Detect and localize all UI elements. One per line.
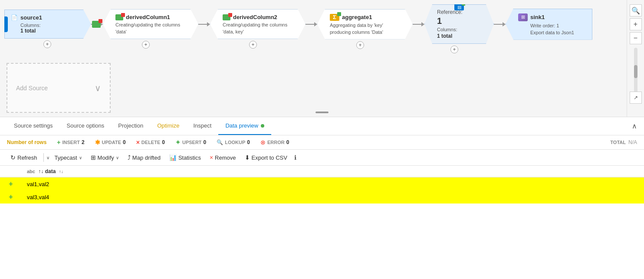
toolbar: ↻ Refresh ∨ Typecast ∨ ⊞ Modify ∨ ⤴ Map …: [0, 150, 644, 166]
expand-button[interactable]: ↗: [630, 92, 642, 104]
num-rows-label: Number of rows: [7, 139, 46, 145]
tab-optimize[interactable]: Optimize: [150, 117, 186, 135]
data-col-sort-icons: ↑↓: [38, 168, 43, 174]
statistics-icon: 📊: [169, 154, 177, 161]
total-stat: TOTAL N/A: [610, 139, 637, 145]
stats-bar: Number of rows + INSERT 2 ✱ UPDATE 0 × D…: [0, 135, 644, 150]
source1-meta1: Columns:: [20, 23, 85, 28]
lookup-icon: 🔍: [217, 139, 223, 145]
tab-source-options[interactable]: Source options: [60, 117, 112, 135]
tab-source-settings[interactable]: Source settings: [7, 117, 60, 135]
zoom-in-button[interactable]: +: [630, 18, 642, 30]
derivedColumn1-title: derivedColumn1: [126, 14, 170, 20]
pipeline-scrollbar[interactable]: 🔍 + − ↗: [627, 0, 644, 117]
info-icon[interactable]: ℹ: [294, 154, 296, 161]
derive2-add-button[interactable]: +: [249, 41, 257, 49]
update-icon: ✱: [95, 139, 100, 146]
export-csv-button[interactable]: ⬇ Export to CSV: [241, 152, 291, 163]
aggregate1-icon: Σ: [330, 14, 339, 21]
collapse-handle[interactable]: [315, 112, 329, 113]
modify-chevron-icon: ∨: [116, 155, 119, 160]
row1-type-cell: +: [0, 177, 22, 191]
row1-insert-icon: +: [9, 180, 13, 187]
derivedColumn1-meta2: 'data': [115, 29, 192, 34]
aggregate1-add-button[interactable]: +: [356, 41, 364, 49]
aggregate1-title: aggregate1: [342, 14, 372, 20]
scroll-up-button[interactable]: 🔍: [630, 4, 642, 16]
connector-5: [494, 22, 506, 26]
source1-icon: ⬡: [0, 16, 8, 32]
sink1-title: sink1: [530, 14, 545, 20]
derive2-icon: [223, 14, 230, 20]
reference-add-button[interactable]: +: [450, 46, 458, 53]
row1-data-cell: val1,val2: [22, 177, 644, 191]
typecast-chevron-icon: ∨: [79, 155, 82, 160]
modify-icon: ⊞: [91, 154, 96, 161]
source1-meta2: 1 total: [20, 28, 85, 34]
total-label: TOTAL: [610, 140, 626, 145]
sink1-meta1: Write order: 1: [518, 23, 586, 28]
insert-icon: +: [57, 139, 60, 146]
connector-4: [413, 22, 424, 26]
source1-node[interactable]: 📄 source1 Columns: 1 total ⬡: [4, 10, 91, 39]
sink1-node[interactable]: ⊞ sink1 Write order: 1 Export data to Js…: [506, 9, 592, 40]
refresh-icon: ↻: [10, 154, 16, 161]
reference-meta1: 1: [437, 16, 481, 26]
sink1-icon: ⊞: [518, 13, 528, 21]
stat-update: ✱ UPDATE 0: [95, 139, 126, 146]
data-table: abc ↑↓ data ↑↓ + val1,val2 +: [0, 166, 644, 204]
aggregate1-node[interactable]: Σ aggregate1 Aggregating data by 'key' p…: [317, 9, 413, 39]
row2-insert-icon: +: [9, 193, 13, 200]
total-value: N/A: [628, 139, 637, 145]
tab-data-preview[interactable]: Data preview: [218, 117, 271, 135]
table-row: + val3,val4: [0, 190, 644, 204]
derive1-connector-icon: [92, 21, 101, 28]
connector-2: [198, 22, 210, 26]
error-value: 0: [286, 139, 289, 145]
upsert-value: 0: [204, 139, 207, 145]
connector-1: [91, 22, 103, 26]
tabs-list: Source settings Source options Projectio…: [7, 117, 271, 135]
derivedColumn2-meta1: Creating/updating the columns: [223, 22, 299, 27]
reference-icon: ▤: [454, 3, 464, 10]
add-source-chevron-icon: ∨: [95, 83, 101, 93]
add-source-label: Add Source: [16, 85, 48, 92]
derivedColumn2-title: derivedColumn2: [233, 14, 277, 20]
stat-delete: × DELETE 0: [136, 139, 165, 146]
tab-projection[interactable]: Projection: [111, 117, 150, 135]
modify-button[interactable]: ⊞ Modify ∨: [87, 152, 122, 163]
col-data-header[interactable]: abc ↑↓ data ↑↓: [22, 166, 644, 177]
derivedColumn2-node[interactable]: derivedColumn2 Creating/updating the col…: [210, 9, 306, 39]
delete-value: 0: [162, 139, 165, 145]
delete-icon: ×: [136, 139, 140, 146]
reference-node[interactable]: Reference: 1 Columns: 1 total ▤: [424, 4, 494, 44]
toolbar-separator-1: [43, 153, 44, 162]
update-value: 0: [123, 139, 126, 145]
update-label: UPDATE: [102, 140, 121, 145]
derive1-add-button[interactable]: +: [142, 41, 150, 49]
source1-doc-icon: 📄: [11, 14, 18, 21]
source1-add-button[interactable]: +: [43, 40, 51, 48]
typecast-button[interactable]: Typecast ∨: [51, 153, 85, 163]
map-drifted-button[interactable]: ⤴ Map drifted: [124, 152, 164, 163]
remove-button[interactable]: × Remove: [206, 152, 240, 163]
refresh-chevron-icon: ∨: [46, 155, 49, 160]
tabs-bar: Source settings Source options Projectio…: [0, 117, 644, 135]
row2-type-cell: +: [0, 190, 22, 204]
tab-inspect[interactable]: Inspect: [186, 117, 218, 135]
collapse-tabs-button[interactable]: ∧: [632, 122, 637, 130]
refresh-button[interactable]: ↻ Refresh: [7, 152, 41, 163]
zoom-out-button[interactable]: −: [630, 32, 642, 44]
lookup-label: LOOKUP: [225, 140, 245, 145]
col-rowtype-header: [0, 166, 22, 177]
derive1-icon: [115, 14, 123, 20]
insert-value: 2: [82, 139, 85, 145]
scroll-thumb[interactable]: [634, 65, 637, 78]
add-source-box[interactable]: Add Source ∨: [7, 63, 111, 113]
statistics-button[interactable]: 📊 Statistics: [166, 152, 204, 163]
upsert-icon: ✦: [175, 139, 181, 146]
data-type-badge: abc: [27, 169, 35, 174]
derivedColumn1-node[interactable]: derivedColumn1 Creating/updating the col…: [103, 9, 198, 39]
error-label: ERROR: [267, 140, 285, 145]
col-data-sort2-icon: ↑↓: [59, 169, 63, 174]
